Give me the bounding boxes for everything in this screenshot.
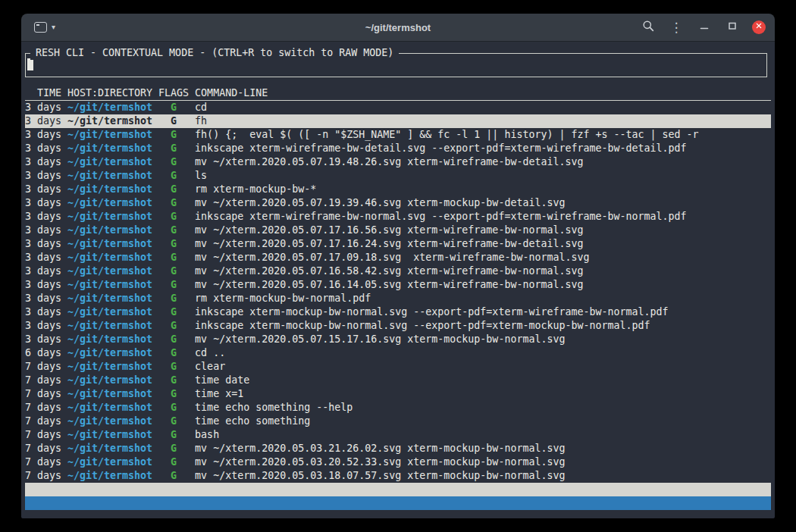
- new-terminal-button[interactable]: ▾: [30, 20, 59, 35]
- table-row[interactable]: 3 days ~/git/termshot G mv ~/xterm.2020.…: [25, 264, 771, 278]
- row-flags: G: [158, 278, 189, 292]
- row-directory: ~/git/termshot: [67, 101, 152, 114]
- row-time: 3 days: [25, 333, 61, 346]
- header-time: TIME: [25, 86, 61, 100]
- menu-button[interactable]: ⋮: [668, 19, 685, 36]
- row-command: mv ~/xterm.2020.05.07.19.48.26.svg xterm…: [195, 155, 771, 169]
- table-row[interactable]: 3 days ~/git/termshot G mv ~/xterm.2020.…: [25, 333, 771, 346]
- row-flags: G: [158, 264, 189, 278]
- header-command-line: COMMAND-LINE: [195, 86, 771, 100]
- row-directory: ~/git/termshot: [67, 333, 152, 346]
- row-time: 7 days: [25, 374, 61, 387]
- header-flags: FLAGS: [158, 86, 189, 100]
- row-time: 7 days: [25, 401, 61, 415]
- row-directory: ~/git/termshot: [67, 251, 152, 264]
- close-icon: [754, 20, 764, 34]
- row-flags: G: [158, 101, 189, 114]
- table-row[interactable]: 7 days ~/git/termshot G mv ~/xterm.2020.…: [25, 455, 771, 469]
- row-flags: G: [158, 455, 189, 469]
- row-command: mv ~/xterm.2020.05.07.16.14.05.svg xterm…: [195, 278, 771, 292]
- table-row[interactable]: 7 days ~/git/termshot G bash: [25, 428, 771, 442]
- row-directory: ~/git/termshot: [67, 142, 152, 155]
- row-flags: G: [158, 346, 189, 360]
- row-directory: ~/git/termshot: [67, 183, 152, 196]
- row-command: time x=1: [195, 387, 771, 401]
- row-flags: G: [158, 401, 189, 415]
- row-flags: G: [158, 360, 189, 374]
- row-directory: ~/git/termshot: [67, 401, 152, 415]
- row-command: mv ~/xterm.2020.05.07.17.16.56.svg xterm…: [195, 224, 771, 237]
- terminal-icon: [34, 22, 47, 33]
- table-row[interactable]: 3 days ~/git/termshot G ls: [25, 169, 771, 183]
- table-row[interactable]: 3 days ~/git/termshot G mv ~/xterm.2020.…: [25, 196, 771, 210]
- row-command: bash: [195, 428, 771, 442]
- row-time: 7 days: [25, 455, 61, 469]
- chevron-down-icon: ▾: [52, 23, 55, 31]
- row-command: mv ~/xterm.2020.05.07.16.58.42.svg xterm…: [195, 264, 771, 278]
- row-time: 3 days: [25, 237, 61, 251]
- row-command: rm xterm-mockup-bw-*: [195, 183, 771, 196]
- row-flags: G: [158, 415, 189, 428]
- table-row[interactable]: 3 days ~/git/termshot G mv ~/xterm.2020.…: [25, 251, 771, 264]
- row-time: 7 days: [25, 442, 61, 455]
- table-row[interactable]: 3 days ~/git/termshot G fh: [25, 114, 771, 128]
- titlebar[interactable]: ▾ ~/git/termshot ⋮: [21, 14, 775, 42]
- row-directory: ~/git/termshot: [67, 319, 152, 333]
- row-command: fh: [195, 114, 771, 128]
- table-row[interactable]: 7 days ~/git/termshot G time date: [25, 374, 771, 387]
- restore-button[interactable]: [724, 19, 741, 36]
- table-row[interactable]: 3 days ~/git/termshot G rm xterm-mockup-…: [25, 183, 771, 196]
- row-flags: G: [158, 333, 189, 346]
- search-icon: [642, 20, 654, 35]
- table-row[interactable]: 3 days ~/git/termshot G cd: [25, 101, 771, 114]
- row-command: inkscape xterm-mockup-bw-normal.svg --ex…: [195, 319, 771, 333]
- row-flags: G: [158, 305, 189, 319]
- row-time: 3 days: [25, 142, 61, 155]
- table-row[interactable]: 3 days ~/git/termshot G mv ~/xterm.2020.…: [25, 237, 771, 251]
- table-row[interactable]: 7 days ~/git/termshot G time echo someth…: [25, 401, 771, 415]
- row-directory: ~/git/termshot: [67, 374, 152, 387]
- row-flags: G: [158, 210, 189, 224]
- row-directory: ~/git/termshot: [67, 415, 152, 428]
- table-row[interactable]: 7 days ~/git/termshot G mv ~/xterm.2020.…: [25, 442, 771, 455]
- window-title: ~/git/termshot: [365, 22, 431, 33]
- search-button[interactable]: [640, 19, 657, 36]
- table-row[interactable]: 7 days ~/git/termshot G clear: [25, 360, 771, 374]
- titlebar-right-controls: ⋮: [640, 19, 766, 36]
- row-command: mv ~/xterm.2020.05.07.19.39.46.svg xterm…: [195, 196, 771, 210]
- table-row[interactable]: 3 days ~/git/termshot G inkscape xterm-w…: [25, 210, 771, 224]
- desktop-background: ▾ ~/git/termshot ⋮: [0, 0, 796, 532]
- row-directory: ~/git/termshot: [67, 278, 152, 292]
- table-row[interactable]: 7 days ~/git/termshot G time echo someth…: [25, 415, 771, 428]
- table-row[interactable]: 3 days ~/git/termshot G rm xterm-mockup-…: [25, 292, 771, 305]
- table-row[interactable]: 7 days ~/git/termshot G mv ~/xterm.2020.…: [25, 469, 771, 483]
- table-row[interactable]: 7 days ~/git/termshot G time x=1: [25, 387, 771, 401]
- row-command: mv ~/xterm.2020.05.07.17.16.24.svg xterm…: [195, 237, 771, 251]
- close-button[interactable]: [752, 20, 766, 34]
- row-flags: G: [158, 196, 189, 210]
- table-row[interactable]: 3 days ~/git/termshot G inkscape xterm-m…: [25, 305, 771, 319]
- row-flags: G: [158, 319, 189, 333]
- table-row[interactable]: 3 days ~/git/termshot G inkscape xterm-m…: [25, 319, 771, 333]
- row-time: 3 days: [25, 101, 61, 114]
- row-command: inkscape xterm-mockup-bw-normal.svg --ex…: [195, 305, 771, 319]
- table-row[interactable]: 3 days ~/git/termshot G mv ~/xterm.2020.…: [25, 224, 771, 237]
- table-row[interactable]: 3 days ~/git/termshot G mv ~/xterm.2020.…: [25, 155, 771, 169]
- row-directory: ~/git/termshot: [67, 442, 152, 455]
- minimize-button[interactable]: [696, 19, 713, 36]
- row-time: 3 days: [25, 183, 61, 196]
- row-time: 3 days: [25, 169, 61, 183]
- header-host-directory: HOST:DIRECTORY: [67, 86, 152, 100]
- table-row[interactable]: 3 days ~/git/termshot G inkscape xterm-w…: [25, 142, 771, 155]
- table-row[interactable]: 6 days ~/git/termshot G cd ..: [25, 346, 771, 360]
- table-row[interactable]: 3 days ~/git/termshot G mv ~/xterm.2020.…: [25, 278, 771, 292]
- row-directory: ~/git/termshot: [67, 210, 152, 224]
- table-row[interactable]: 3 days ~/git/termshot G fh() {; eval $( …: [25, 128, 771, 142]
- row-flags: G: [158, 469, 189, 483]
- resh-search-box[interactable]: RESH CLI - CONTEXTUAL MODE - (CTRL+R to …: [25, 53, 767, 77]
- minimize-icon: [698, 20, 710, 35]
- row-command: time echo something: [195, 415, 771, 428]
- row-time: 3 days: [25, 251, 61, 264]
- row-time: 6 days: [25, 346, 61, 360]
- row-time: 7 days: [25, 387, 61, 401]
